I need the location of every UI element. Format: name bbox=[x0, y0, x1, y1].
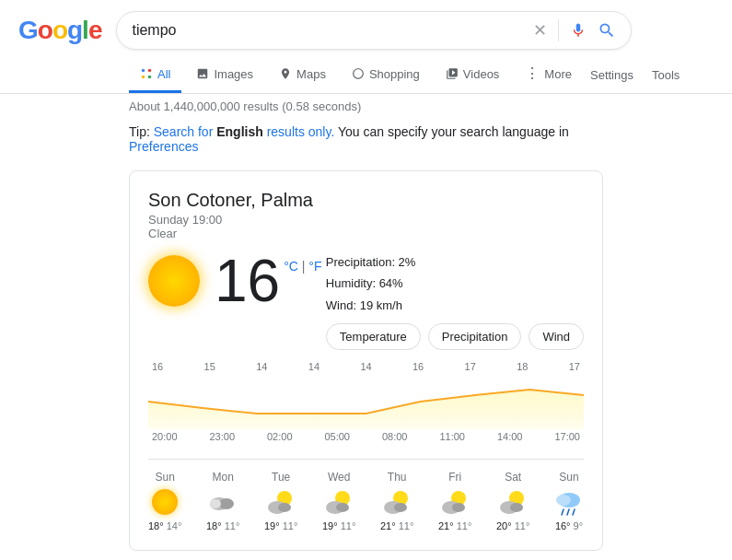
forecast-sun: Sun 18° 14° bbox=[148, 471, 181, 531]
tab-more-label: More bbox=[544, 67, 572, 81]
tab-images-label: Images bbox=[214, 67, 253, 81]
tip-text: You can specify your search language in bbox=[338, 124, 569, 139]
celsius-link[interactable]: °C bbox=[284, 259, 298, 274]
svg-point-10 bbox=[278, 503, 291, 512]
tab-more[interactable]: ⋮ More bbox=[514, 57, 583, 93]
weather-buttons: Temperature Precipitation Wind bbox=[326, 323, 584, 350]
tab-all[interactable]: All bbox=[129, 58, 181, 93]
tab-maps[interactable]: Maps bbox=[268, 58, 337, 93]
clear-icon[interactable]: ✕ bbox=[533, 20, 547, 41]
results-count: About 1,440,000,000 results (0.58 second… bbox=[129, 99, 361, 113]
weather-top-row: 16 °C | °F Precipitation: 2% Humidity: 6… bbox=[148, 251, 584, 350]
chart-time-labels: 20:00 23:00 02:00 05:00 08:00 11:00 14:0… bbox=[148, 431, 584, 442]
tab-videos[interactable]: Videos bbox=[435, 58, 511, 93]
svg-point-2 bbox=[142, 76, 145, 79]
fahrenheit-link[interactable]: °F bbox=[308, 259, 321, 274]
temperature-units: °C | °F bbox=[284, 259, 321, 274]
nav-settings: Settings Tools bbox=[587, 59, 683, 91]
tab-videos-label: Videos bbox=[463, 67, 500, 81]
weather-condition: Clear bbox=[148, 227, 584, 240]
divider bbox=[558, 19, 559, 41]
chart-area: 16 15 14 14 14 16 17 18 17 bbox=[148, 361, 584, 446]
svg-point-13 bbox=[336, 503, 349, 512]
svg-point-3 bbox=[148, 76, 152, 79]
svg-line-27 bbox=[573, 509, 575, 515]
tab-images[interactable]: Images bbox=[185, 58, 264, 93]
search-input[interactable]: tiempo bbox=[132, 22, 533, 39]
results-info: About 1,440,000,000 results (0.58 second… bbox=[0, 94, 732, 119]
forecast-wed: Wed 19° 11° bbox=[322, 471, 355, 531]
svg-point-22 bbox=[510, 503, 523, 512]
forecast-sat: Sat 20° 11° bbox=[496, 471, 529, 531]
videos-icon bbox=[446, 67, 459, 80]
tab-maps-label: Maps bbox=[296, 67, 326, 81]
svg-point-24 bbox=[556, 495, 571, 506]
forecast-icon-partly-cloudy bbox=[266, 487, 296, 517]
humidity-info: Humidity: 64% bbox=[326, 273, 584, 294]
wind-info: Wind: 19 km/h bbox=[326, 295, 584, 316]
forecast-icon-partly-cloudy-2 bbox=[324, 487, 354, 517]
temperature-value: 16 bbox=[215, 251, 280, 310]
more-dots-icon: ⋮ bbox=[525, 66, 540, 81]
weather-temp-area: 16 °C | °F bbox=[215, 251, 321, 310]
svg-point-0 bbox=[142, 69, 145, 73]
tab-all-label: All bbox=[157, 67, 170, 81]
tools-link[interactable]: Tools bbox=[648, 59, 683, 91]
current-weather-sun-icon bbox=[148, 255, 200, 307]
forecast-sun2: Sun 16° 9° bbox=[554, 471, 584, 531]
forecast-fri: Fri 21° 11° bbox=[438, 471, 471, 531]
weather-main: 16 °C | °F bbox=[148, 251, 321, 310]
svg-point-7 bbox=[210, 499, 221, 508]
svg-point-6 bbox=[219, 498, 234, 509]
svg-line-26 bbox=[567, 509, 569, 515]
forecast-row: Sun 18° 14° Mon 18° 11° Tue bbox=[148, 459, 584, 531]
preferences-link[interactable]: Preferences bbox=[129, 139, 198, 154]
shopping-icon bbox=[352, 67, 365, 80]
settings-link[interactable]: Settings bbox=[587, 59, 637, 91]
nav-tabs: All Images Maps Shopping Videos ⋮ More S… bbox=[0, 57, 732, 94]
forecast-thu: Thu 21° 11° bbox=[380, 471, 413, 531]
forecast-icon-partly-cloudy-5 bbox=[498, 487, 528, 517]
weather-datetime: Sunday 19:00 bbox=[148, 213, 584, 227]
forecast-icon-rain bbox=[554, 487, 584, 517]
chart-temp-labels: 16 15 14 14 14 16 17 18 17 bbox=[148, 361, 584, 372]
weather-details: Precipitation: 2% Humidity: 64% Wind: 19… bbox=[326, 251, 584, 350]
search-icon[interactable] bbox=[598, 21, 616, 40]
svg-point-1 bbox=[148, 69, 152, 73]
forecast-icon-sun bbox=[150, 487, 180, 517]
forecast-icon-cloudy bbox=[208, 487, 238, 517]
all-icon bbox=[140, 67, 153, 80]
forecast-icon-partly-cloudy-3 bbox=[382, 487, 412, 517]
weather-location: Son Cotoner, Palma bbox=[148, 190, 584, 211]
wind-button[interactable]: Wind bbox=[529, 323, 584, 350]
svg-point-16 bbox=[394, 503, 407, 512]
tab-shopping-label: Shopping bbox=[369, 67, 420, 81]
tip-bar: Tip: Search for English results only. Yo… bbox=[0, 119, 732, 159]
google-logo: Google bbox=[18, 16, 101, 45]
svg-point-19 bbox=[452, 503, 465, 512]
search-icons: ✕ bbox=[533, 19, 616, 41]
temperature-button[interactable]: Temperature bbox=[326, 323, 421, 350]
forecast-icon-partly-cloudy-4 bbox=[440, 487, 470, 517]
precipitation-info: Precipitation: 2% bbox=[326, 251, 584, 273]
forecast-tue: Tue 19° 11° bbox=[264, 471, 297, 531]
mic-icon[interactable] bbox=[570, 19, 587, 41]
weather-card: Son Cotoner, Palma Sunday 19:00 Clear 16… bbox=[129, 170, 603, 551]
forecast-mon: Mon 18° 11° bbox=[206, 471, 239, 531]
svg-line-25 bbox=[562, 509, 564, 515]
search-bar: tiempo ✕ bbox=[116, 11, 632, 50]
temperature-chart bbox=[148, 374, 584, 429]
maps-icon bbox=[279, 67, 292, 80]
precipitation-button[interactable]: Precipitation bbox=[428, 323, 522, 350]
images-icon bbox=[196, 67, 209, 80]
search-english-link[interactable]: Search for English results only. bbox=[154, 124, 335, 139]
header: Google tiempo ✕ bbox=[0, 0, 732, 57]
tab-shopping[interactable]: Shopping bbox=[341, 58, 431, 93]
tip-label: Tip: bbox=[129, 124, 154, 139]
